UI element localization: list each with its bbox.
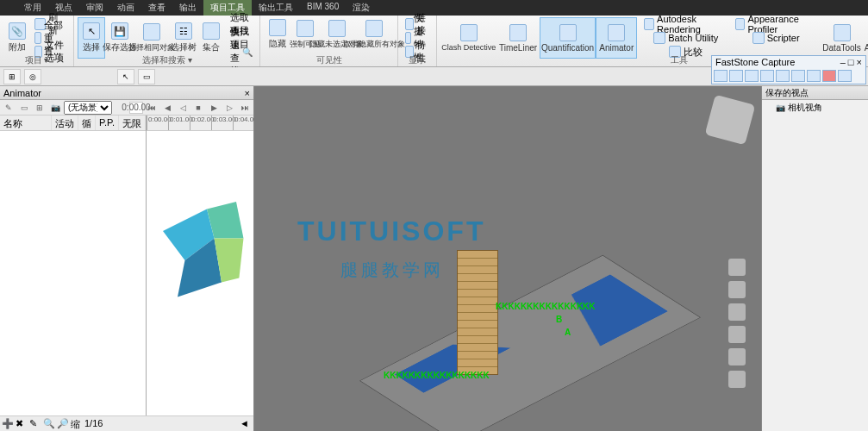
col-active[interactable]: 活动 <box>52 116 78 130</box>
sets-button[interactable]: 集合 <box>197 17 225 59</box>
stop-icon[interactable]: ■ <box>191 102 205 114</box>
anim-tool-1[interactable]: ✎ <box>2 102 16 114</box>
scene-building <box>457 250 498 375</box>
nav-orbit-icon[interactable] <box>728 303 746 321</box>
tab-review[interactable]: 审阅 <box>79 0 110 16</box>
fs-capture-full-icon[interactable] <box>776 70 790 82</box>
ribbon-tabs: 常用 视点 审阅 动画 查看 输出 项目工具 输出工具 BIM 360 渲染 <box>0 0 868 16</box>
viewpoint-item[interactable]: 相机视角 <box>762 100 868 116</box>
foot-del-icon[interactable]: ✖ <box>16 418 28 430</box>
fs-capture-window-icon[interactable] <box>729 70 743 82</box>
scene-select[interactable]: (无场景) <box>64 101 112 115</box>
sets-icon <box>203 22 220 40</box>
anim-tool-4[interactable]: 📷 <box>48 102 62 114</box>
tab-output[interactable]: 输出 <box>172 0 203 16</box>
viewcube[interactable] <box>705 95 756 146</box>
step-back-icon[interactable]: ◀ <box>160 102 174 114</box>
unhide-all-button[interactable]: 取消隐藏所有对象 <box>355 17 395 52</box>
nav-fly-icon[interactable] <box>728 371 746 388</box>
save-icon: 💾 <box>111 22 128 40</box>
unhide-icon <box>365 20 383 37</box>
watermark-text-1: TUITUISOFT <box>297 216 485 247</box>
step-fwd-icon[interactable]: ▷ <box>222 102 236 114</box>
tab-animation[interactable]: 动画 <box>110 0 141 16</box>
rendering-button[interactable]: Autodesk Rendering <box>640 17 731 31</box>
fs-capture-active-icon[interactable] <box>714 70 727 82</box>
ap-icon <box>735 18 746 30</box>
clash-detective-button[interactable]: Clash Detective <box>440 17 496 59</box>
fs-record-icon[interactable] <box>822 70 836 82</box>
qat-nav[interactable]: ⊞ <box>3 69 21 84</box>
cursor-icon: ↖ <box>83 22 100 40</box>
fs-capture-fixed-icon[interactable] <box>807 70 821 82</box>
h-scrollbar[interactable]: ◄ ▬ ► <box>240 418 252 430</box>
tab-home[interactable]: 常用 <box>17 0 48 16</box>
timeliner-button[interactable]: TimeLiner <box>496 17 539 59</box>
time-display: 0:00.00 <box>129 102 143 114</box>
clash-icon <box>460 24 478 41</box>
fs-settings-icon[interactable] <box>838 70 852 82</box>
play-back-icon[interactable]: ◁ <box>176 102 190 114</box>
append-button[interactable]: 📎附加 <box>3 17 31 59</box>
fs-title: FastStone Capture <box>715 57 795 67</box>
qat-cursor[interactable]: ↖ <box>117 69 134 84</box>
foot-add-icon[interactable]: ➕ <box>2 418 14 430</box>
col-infinite[interactable]: 无限 <box>119 116 146 130</box>
foot-zoom-in-icon[interactable]: 🔍 <box>43 418 55 430</box>
select-button[interactable]: ↖选择 <box>78 17 105 59</box>
qat-steering[interactable]: ◎ <box>24 69 41 84</box>
dt-icon <box>834 24 851 41</box>
batch-utility-button[interactable]: Batch Utility <box>640 31 731 45</box>
tab-bim360[interactable]: BIM 360 <box>300 0 346 16</box>
fs-capture-scroll-icon[interactable] <box>791 70 805 82</box>
anim-tool-3[interactable]: ⊞ <box>33 102 47 114</box>
foot-zoom-out-icon[interactable]: 🔎 <box>57 418 69 430</box>
appearance-profiler-button[interactable]: Appearance Profiler <box>732 17 821 31</box>
fwd-icon[interactable]: ⏭ <box>238 102 252 114</box>
nav-zoom-icon[interactable] <box>728 281 746 298</box>
nav-look-icon[interactable] <box>728 326 746 343</box>
zoom-value: 1/16 <box>84 418 97 430</box>
animator-title: Animator <box>3 88 41 98</box>
play-icon[interactable]: ▶ <box>207 102 221 114</box>
fs-capture-freehand-icon[interactable] <box>760 70 774 82</box>
hide-button[interactable]: 隐藏 <box>264 17 291 52</box>
app-manager-button[interactable]: App Manager <box>863 17 868 59</box>
3d-viewport[interactable]: TUITUISOFT 腿腿教学网 KKKKKKKKKKKKKKKK B A KK… <box>254 86 761 431</box>
select-same-button[interactable]: 选择相同对象 <box>134 17 170 59</box>
require-icon <box>297 20 314 37</box>
group-select-label: 选择和搜索 ▾ <box>74 54 259 66</box>
foot-edit-icon[interactable]: ✎ <box>29 418 41 430</box>
animator-button[interactable]: Animator <box>596 17 637 59</box>
reset-icon <box>34 32 41 44</box>
nav-pan-icon[interactable] <box>728 259 746 276</box>
fs-window-controls[interactable]: – □ × <box>840 57 862 67</box>
group-visibility-label: 可见性 <box>260 54 397 66</box>
quantification-button[interactable]: Quantification <box>540 17 596 59</box>
saved-viewpoints-title: 保存的视点 <box>762 86 868 100</box>
col-loop[interactable]: 循 <box>78 116 96 130</box>
rewind-icon[interactable]: ⏮ <box>145 102 159 114</box>
tab-render[interactable]: 渲染 <box>346 0 377 16</box>
fs-capture-rect-icon[interactable] <box>745 70 759 82</box>
same-icon <box>143 23 160 41</box>
col-name[interactable]: 名称 <box>0 116 52 130</box>
timeliner-icon <box>509 24 527 41</box>
quant-icon <box>559 24 577 41</box>
selection-tree-button[interactable]: ☷选择树 <box>170 17 197 59</box>
tab-output-tools[interactable]: 输出工具 <box>252 0 300 16</box>
tab-view[interactable]: 查看 <box>141 0 172 16</box>
anim-tool-2[interactable]: ▭ <box>17 102 31 114</box>
faststone-capture-toolbar: FastStone Capture– □ × <box>711 55 866 84</box>
hide-unsel-icon <box>328 20 346 37</box>
datatools-button[interactable]: DataTools <box>821 17 864 59</box>
group-project-label: 项目 ▾ <box>0 54 73 66</box>
watermark-text-2: 腿腿教学网 <box>340 259 444 282</box>
qat-select[interactable]: ▭ <box>138 69 155 84</box>
grid-label-b: B <box>556 315 562 324</box>
scripter-button[interactable]: Scripter <box>732 31 821 45</box>
col-pp[interactable]: P.P. <box>96 116 119 130</box>
animator-close-icon[interactable]: × <box>245 88 250 98</box>
nav-walk-icon[interactable] <box>728 348 746 365</box>
animator-icon <box>608 24 625 41</box>
